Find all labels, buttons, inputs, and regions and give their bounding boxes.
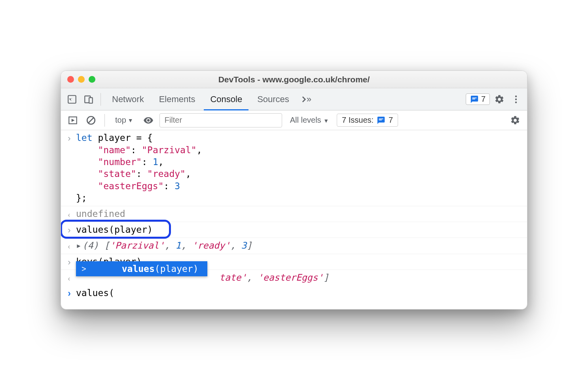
autocomplete-popup[interactable]: > values(player): [76, 261, 207, 276]
console-output-row[interactable]: ▸(4) ['name', 'number', 'state', 'easter…: [61, 270, 527, 285]
console-output-row: undefined: [61, 206, 527, 222]
output-marker-icon: [63, 272, 76, 284]
issues-count: 7: [389, 116, 393, 125]
tab-network[interactable]: Network: [106, 88, 150, 110]
context-label: top: [115, 116, 126, 125]
console-input-row[interactable]: let player = { "name": "Parzival", "numb…: [61, 130, 527, 206]
clear-console-icon[interactable]: [84, 113, 98, 127]
prompt-marker-icon: [63, 287, 76, 299]
live-expression-eye-icon[interactable]: [141, 113, 156, 127]
divider: [101, 93, 101, 106]
console-output-row[interactable]: ▸(4) ['Parzival', 1, 'ready', 3]: [61, 238, 527, 254]
messages-count: 7: [481, 95, 486, 104]
fullscreen-window-button[interactable]: [89, 76, 95, 83]
svg-rect-0: [68, 95, 76, 103]
expand-triangle-icon[interactable]: ▸: [76, 239, 82, 251]
input-marker-icon: [63, 132, 76, 204]
messages-badge[interactable]: 7: [466, 93, 490, 105]
issues-label: 7 Issues:: [342, 116, 374, 125]
array-output: ▸(4) ['Parzival', 1, 'ready', 3]: [76, 239, 252, 252]
svg-rect-2: [89, 98, 93, 103]
svg-point-4: [515, 99, 517, 100]
history-chevron-icon: >: [82, 264, 86, 274]
settings-gear-icon[interactable]: [492, 92, 506, 106]
divider: [104, 114, 105, 127]
undefined-output: undefined: [76, 208, 125, 220]
device-toolbar-icon[interactable]: [82, 92, 96, 106]
traffic-lights: [67, 76, 95, 83]
input-marker-icon: [63, 224, 76, 236]
tab-sources[interactable]: Sources: [251, 88, 296, 110]
title-bar: DevTools - www.google.co.uk/chrome/: [61, 71, 527, 88]
inspect-element-icon[interactable]: [65, 92, 79, 106]
console-toolbar: top ▼ All levels ▼ 7 Issues: 7: [61, 110, 527, 130]
window-title: DevTools - www.google.co.uk/chrome/: [61, 75, 527, 84]
console-input-row[interactable]: values(player): [61, 222, 527, 238]
console-input[interactable]: values(: [76, 287, 114, 299]
console-body: let player = { "name": "Parzival", "numb…: [61, 130, 527, 309]
issues-button[interactable]: 7 Issues: 7: [337, 114, 398, 127]
output-marker-icon: [63, 239, 76, 252]
svg-point-5: [515, 101, 517, 103]
log-levels-selector[interactable]: All levels ▼: [286, 116, 333, 125]
devtools-window: DevTools - www.google.co.uk/chrome/ Netw…: [61, 70, 527, 309]
kebab-menu-icon[interactable]: [509, 92, 523, 106]
sidebar-toggle-icon[interactable]: [66, 113, 80, 127]
input-marker-icon: [63, 256, 76, 268]
dropdown-triangle-icon: ▼: [128, 117, 133, 124]
autocomplete-suggestion: values(player): [122, 263, 199, 275]
tab-elements[interactable]: Elements: [153, 88, 202, 110]
dropdown-triangle-icon: ▼: [323, 118, 329, 124]
tab-console[interactable]: Console: [204, 88, 248, 110]
filter-input[interactable]: [159, 113, 282, 127]
context-selector[interactable]: top ▼: [111, 114, 137, 126]
output-marker-icon: [63, 208, 76, 220]
filter-field[interactable]: [165, 116, 277, 125]
more-tabs-icon[interactable]: »: [298, 92, 312, 106]
console-prompt-row[interactable]: values(: [61, 285, 527, 301]
svg-line-8: [89, 118, 94, 123]
svg-point-3: [515, 95, 517, 97]
main-tabs-bar: Network Elements Console Sources » 7: [61, 88, 527, 110]
console-settings-gear-icon[interactable]: [508, 113, 522, 127]
code-block: let player = { "name": "Parzival", "numb…: [76, 132, 202, 204]
close-window-button[interactable]: [67, 76, 74, 83]
values-call: values(player): [76, 224, 153, 236]
minimize-window-button[interactable]: [78, 76, 85, 83]
